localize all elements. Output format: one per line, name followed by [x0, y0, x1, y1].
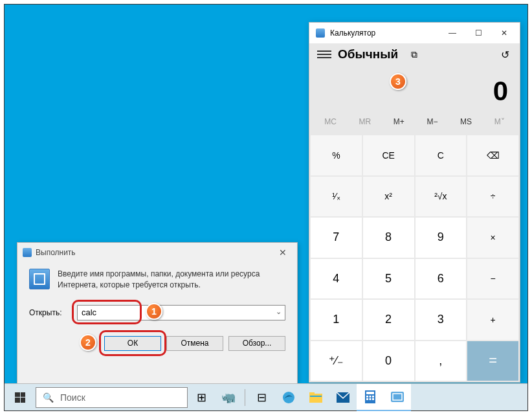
key-sqrt[interactable]: ²√x — [416, 177, 467, 217]
run-dialog: Выполнить ✕ Введите имя программы, папки… — [17, 242, 298, 384]
key-6[interactable]: 6 — [416, 259, 467, 299]
calc-display-value: 0 — [493, 76, 508, 106]
key-divide[interactable]: ÷ — [467, 177, 518, 217]
calc-display: 0 3 — [309, 65, 520, 113]
windows-logo-icon — [15, 392, 25, 403]
mem-mminus[interactable]: M− — [423, 115, 441, 129]
calc-mode-label: Обычный — [338, 47, 398, 62]
key-backspace[interactable]: ⌫ — [467, 135, 518, 175]
key-percent[interactable]: % — [311, 135, 362, 175]
search-placeholder: Поиск — [60, 392, 85, 403]
key-decimal[interactable]: , — [416, 341, 467, 381]
taskbar-divider — [245, 389, 245, 406]
mem-mv: M˅ — [491, 115, 509, 129]
svg-rect-2 — [309, 392, 315, 395]
taskbar: 🔍 Поиск ⊞ 🦏 ⊟ — [5, 383, 527, 410]
run-taskbar-icon[interactable] — [384, 384, 411, 411]
key-5[interactable]: 5 — [363, 259, 414, 299]
mem-mc: MC — [320, 115, 340, 129]
edge-icon[interactable] — [275, 384, 302, 411]
run-icon — [23, 248, 32, 257]
run-app-icon — [29, 269, 50, 289]
history-icon[interactable]: ↺ — [498, 49, 512, 61]
keep-on-top-icon[interactable]: ⧉ — [407, 47, 421, 62]
calc-keypad: % CE C ⌫ ¹⁄ₓ x² ²√x ÷ 7 8 9 × 4 5 6 − 1 … — [309, 134, 520, 382]
key-c[interactable]: C — [416, 135, 467, 175]
minimize-button[interactable]: — — [439, 23, 465, 43]
annotation-badge-2: 2 — [80, 334, 96, 351]
key-equals[interactable]: = — [467, 341, 518, 381]
pinned-app-1[interactable]: 🦏 — [215, 384, 242, 411]
svg-rect-7 — [366, 396, 368, 398]
close-icon[interactable]: ✕ — [274, 247, 292, 258]
browse-button[interactable]: Обзор... — [228, 336, 285, 351]
desktop: Калькулятор — ☐ ✕ Обычный ⧉ ↺ 0 3 MC MR … — [4, 4, 528, 411]
ok-button[interactable]: ОК — [104, 336, 161, 351]
key-ce[interactable]: CE — [363, 135, 414, 175]
mem-mr: MR — [355, 115, 375, 129]
mem-ms[interactable]: MS — [456, 115, 476, 129]
svg-rect-1 — [309, 394, 322, 403]
svg-rect-3 — [310, 396, 322, 397]
key-4[interactable]: 4 — [311, 259, 362, 299]
run-titlebar: Выполнить ✕ — [17, 243, 297, 262]
key-8[interactable]: 8 — [363, 218, 414, 258]
mem-mplus[interactable]: M+ — [390, 115, 408, 129]
annotation-badge-3: 3 — [390, 73, 406, 90]
key-negate[interactable]: ⁺⁄₋ — [311, 341, 362, 381]
key-add[interactable]: + — [467, 300, 518, 340]
taskbar-search[interactable]: 🔍 Поиск — [36, 387, 188, 408]
run-input[interactable] — [77, 305, 285, 320]
key-7[interactable]: 7 — [311, 218, 362, 258]
svg-rect-11 — [370, 398, 371, 400]
svg-point-0 — [283, 392, 294, 403]
calculator-taskbar-icon[interactable] — [357, 384, 384, 411]
svg-rect-6 — [366, 392, 374, 394]
calculator-icon — [316, 28, 325, 38]
task-view-icon[interactable]: ⊞ — [188, 384, 215, 411]
key-0[interactable]: 0 — [363, 341, 414, 381]
calc-titlebar: Калькулятор — ☐ ✕ — [309, 23, 520, 43]
key-subtract[interactable]: − — [467, 259, 518, 299]
maximize-button[interactable]: ☐ — [465, 23, 491, 43]
svg-rect-10 — [366, 398, 368, 400]
key-9[interactable]: 9 — [416, 218, 467, 258]
calc-memory-row: MC MR M+ M− MS M˅ — [309, 113, 520, 134]
key-2[interactable]: 2 — [363, 300, 414, 340]
close-button[interactable]: ✕ — [491, 23, 517, 43]
run-instruction-text: Введите имя программы, папки, документа … — [58, 269, 285, 291]
calc-title-text: Калькулятор — [330, 28, 375, 38]
run-title-text: Выполнить — [36, 248, 76, 257]
key-1[interactable]: 1 — [311, 300, 362, 340]
explorer-icon[interactable] — [302, 384, 329, 411]
start-button[interactable] — [5, 384, 36, 411]
svg-rect-12 — [372, 398, 374, 400]
key-reciprocal[interactable]: ¹⁄ₓ — [311, 177, 362, 217]
key-square[interactable]: x² — [363, 177, 414, 217]
svg-rect-9 — [372, 396, 374, 398]
svg-rect-8 — [370, 396, 371, 398]
pinned-app-2[interactable]: ⊟ — [248, 384, 275, 411]
menu-icon[interactable] — [317, 50, 331, 58]
key-multiply[interactable]: × — [467, 218, 518, 258]
key-3[interactable]: 3 — [416, 300, 467, 340]
mail-icon[interactable] — [329, 384, 357, 411]
run-open-label: Открыть: — [29, 308, 69, 317]
search-icon: 🔍 — [43, 392, 54, 403]
calc-header: Обычный ⧉ ↺ — [309, 43, 520, 65]
calculator-window: Калькулятор — ☐ ✕ Обычный ⧉ ↺ 0 3 MC MR … — [309, 22, 520, 383]
cancel-button[interactable]: Отмена — [166, 336, 223, 351]
